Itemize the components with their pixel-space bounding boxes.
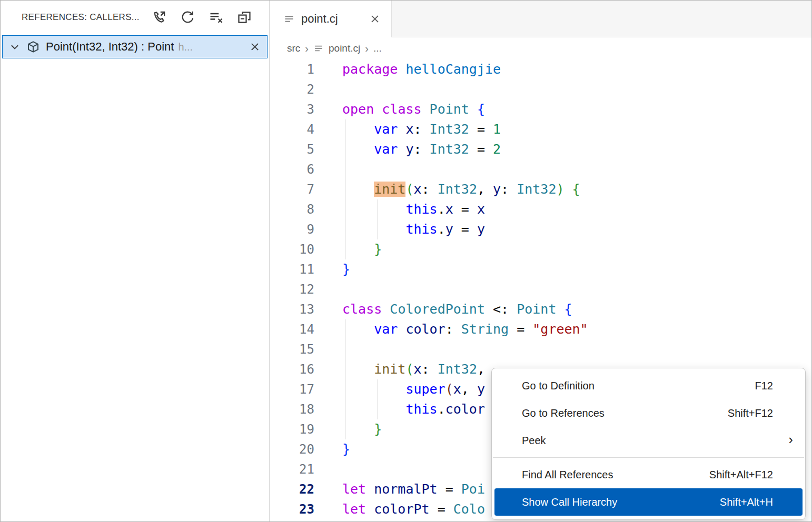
code-token: x — [405, 122, 413, 137]
line-number[interactable]: 13 — [270, 299, 314, 319]
close-icon[interactable] — [369, 13, 381, 25]
line-number[interactable]: 19 — [270, 419, 314, 439]
code-token — [342, 142, 374, 157]
code-line[interactable]: 9 this.y = y — [270, 219, 811, 239]
call-hierarchy-icon[interactable] — [150, 8, 168, 26]
line-number[interactable]: 7 — [270, 179, 314, 199]
menu-item-go-to-references[interactable]: Go to ReferencesShift+F12 — [494, 399, 803, 427]
code-token — [342, 362, 374, 377]
references-panel: REFERENCES: CALLERS... — [1, 1, 270, 521]
code-token: Int32 — [430, 122, 469, 137]
collapse-all-icon[interactable] — [235, 8, 253, 26]
code-token: Int32 — [438, 182, 477, 197]
code-token: 1 — [493, 122, 501, 137]
menu-item-label: Go to Definition — [522, 380, 595, 392]
line-number[interactable]: 22 — [270, 479, 314, 499]
menu-item-go-to-definition[interactable]: Go to DefinitionF12 — [494, 372, 803, 399]
code-line[interactable]: 11} — [270, 259, 811, 279]
code-line[interactable]: 12 — [270, 279, 811, 299]
code-line[interactable]: 4 var x: Int32 = 1 — [270, 119, 811, 139]
line-number[interactable]: 2 — [270, 79, 314, 99]
vscode-window: REFERENCES: CALLERS... — [0, 0, 812, 522]
indent-guide — [377, 199, 378, 239]
code-token: let — [342, 481, 366, 497]
menu-item-find-all-references[interactable]: Find All ReferencesShift+Alt+F12 — [494, 461, 803, 488]
code-token — [366, 481, 374, 497]
tab-point-cj[interactable]: point.cj — [270, 1, 392, 37]
line-number[interactable]: 16 — [270, 359, 314, 379]
references-panel-header: REFERENCES: CALLERS... — [1, 1, 269, 34]
code-token — [374, 102, 382, 117]
line-number[interactable]: 12 — [270, 279, 314, 299]
code-token: = — [509, 322, 532, 337]
line-number[interactable]: 4 — [270, 119, 314, 139]
code-token: : — [445, 322, 461, 337]
line-number[interactable]: 18 — [270, 399, 314, 419]
line-number[interactable]: 8 — [270, 199, 314, 219]
refresh-icon[interactable] — [179, 8, 196, 26]
code-token — [342, 202, 405, 217]
line-number[interactable]: 20 — [270, 439, 314, 459]
code-line[interactable]: 6 — [270, 159, 811, 179]
line-number[interactable]: 6 — [270, 159, 314, 179]
code-line[interactable]: 2 — [270, 79, 811, 99]
code-text: } — [342, 419, 382, 439]
code-line[interactable]: 15 — [270, 339, 811, 359]
line-number[interactable]: 3 — [270, 99, 314, 119]
file-icon — [313, 43, 324, 54]
code-token: Int32 — [517, 182, 556, 197]
clear-results-icon[interactable] — [207, 8, 225, 26]
line-number[interactable]: 23 — [270, 499, 314, 519]
code-token: class — [342, 302, 382, 317]
code-token: x — [414, 362, 422, 377]
code-line[interactable]: 3open class Point { — [270, 99, 811, 119]
code-token: normalPt — [374, 481, 437, 497]
code-line[interactable]: 10 } — [270, 239, 811, 259]
line-number[interactable]: 14 — [270, 319, 314, 339]
code-line[interactable]: 14 var color: String = "green" — [270, 319, 811, 339]
breadcrumb-item-point-cj[interactable]: point.cj — [329, 43, 360, 54]
indent-guide — [345, 119, 346, 259]
code-token: var — [374, 122, 398, 137]
line-number[interactable]: 9 — [270, 219, 314, 239]
code-text: } — [342, 439, 350, 459]
menu-item-show-call-hierarchy[interactable]: Show Call HierarchyShift+Alt+H — [494, 488, 803, 516]
line-number[interactable]: 11 — [270, 259, 314, 279]
code-line[interactable]: 5 var y: Int32 = 2 — [270, 139, 811, 159]
menu-item-peek[interactable]: Peek› — [494, 427, 803, 454]
code-token: y — [445, 222, 453, 237]
code-token — [366, 501, 374, 517]
code-token: this — [405, 222, 437, 237]
breadcrumb-item-[interactable]: ... — [373, 43, 382, 54]
code-text: } — [342, 259, 350, 279]
line-number[interactable]: 17 — [270, 379, 314, 399]
code-token: Colo — [453, 501, 485, 517]
code-token: , — [461, 382, 477, 397]
menu-item-shortcut: Shift+Alt+F12 — [709, 469, 791, 481]
line-number[interactable]: 1 — [270, 59, 314, 79]
line-number[interactable]: 15 — [270, 339, 314, 359]
code-token: class — [382, 102, 421, 117]
code-token: Point — [430, 102, 469, 117]
code-line[interactable]: 13class ColoredPoint <: Point { — [270, 299, 811, 319]
call-hierarchy-result-item[interactable]: Point(Int32, Int32) : Point h... — [2, 35, 268, 58]
code-token — [342, 421, 374, 437]
code-token: init — [374, 182, 405, 197]
code-token: = — [438, 481, 461, 497]
line-number[interactable]: 10 — [270, 239, 314, 259]
line-number[interactable]: 5 — [270, 139, 314, 159]
code-token: Point — [517, 302, 556, 317]
code-line[interactable]: 8 this.x = x — [270, 199, 811, 219]
breadcrumb-item-src[interactable]: src — [287, 43, 300, 54]
code-line[interactable]: 1package helloCangjie — [270, 59, 811, 79]
code-token: } — [342, 262, 350, 277]
code-token: y — [493, 182, 501, 197]
close-icon[interactable] — [249, 41, 261, 53]
code-token — [382, 302, 390, 317]
menu-item-label: Go to References — [522, 407, 605, 419]
code-line[interactable]: 7 init(x: Int32, y: Int32) { — [270, 179, 811, 199]
code-token: { — [565, 302, 572, 317]
code-token — [565, 182, 572, 197]
line-number[interactable]: 21 — [270, 459, 314, 479]
chevron-down-icon[interactable] — [9, 41, 21, 53]
